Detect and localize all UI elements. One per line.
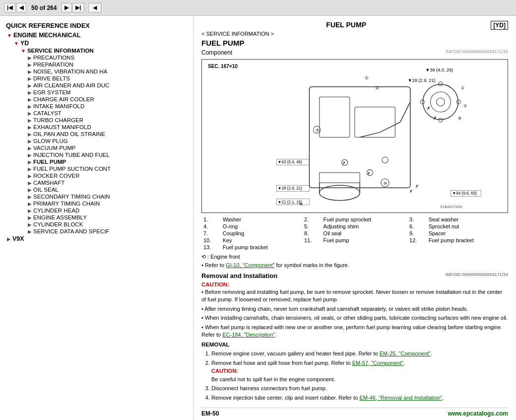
tree-arrow-icon: ▶ — [28, 145, 32, 151]
sidebar-item-label: ROCKER COVER — [33, 173, 79, 179]
next-page-button[interactable]: ▶ — [62, 3, 71, 12]
em46-link[interactable]: EM-46, "Removal and Installation" — [359, 395, 442, 401]
sidebar-item[interactable]: ▶FUEL PUMP SUCTION CONT — [0, 165, 193, 172]
sidebar-item[interactable]: ▶CHARGE AIR COOLER — [0, 96, 193, 103]
sidebar-item[interactable]: ▶INJECTION TUBE AND FUEL — [0, 151, 193, 158]
caution-text-1: • Before removing and installing fuel pu… — [201, 288, 508, 304]
sidebar-item-label: PRECAUTIONS — [33, 55, 74, 61]
sidebar-item[interactable]: ▶SERVICE DATA AND SPECIF — [0, 228, 193, 235]
part-name-1: Washer — [221, 216, 302, 223]
tree-arrow-icon: ▶ — [28, 76, 32, 81]
sidebar-item-label: CHARGE AIR COOLER — [33, 96, 94, 102]
em25-link[interactable]: EM-25, "Component" — [380, 350, 431, 356]
prev-page-button[interactable]: ◀ — [16, 3, 26, 12]
svg-text:▼21 (2.1, 15): ▼21 (2.1, 15) — [277, 200, 302, 205]
tree-arrow-icon: ▶ — [28, 132, 32, 137]
last-page-button[interactable]: ▶| — [72, 3, 84, 12]
tree-arrow-icon: ▼ — [7, 33, 12, 38]
sidebar-item-label: FUEL PUMP SUCTION CONT — [33, 166, 111, 172]
yd-badge: [YD] — [491, 21, 508, 30]
sidebar-item[interactable]: ▶INTAKE MANIFOLD — [0, 103, 193, 110]
sidebar-item-label: ENGINE MECHANICAL — [13, 32, 80, 39]
sidebar-item-label: CYLINDER HEAD — [33, 208, 79, 213]
caution-label: CAUTION: — [201, 281, 508, 287]
caution-text-2: • After removing timing chain, never tur… — [201, 305, 508, 313]
sidebar-item[interactable]: ▶CAMSHAFT — [0, 179, 193, 186]
sidebar-item[interactable]: ▼YD — [0, 39, 193, 47]
sidebar-item-label: NOISE, VIBRATION AND HA — [33, 69, 107, 74]
sidebar-item-label: AIR CLEANER AND AIR DUC — [33, 82, 109, 88]
sidebar-item[interactable]: ▶EXHAUST MANIFOLD — [0, 124, 193, 131]
sidebar-item[interactable]: ▶OIL PAN AND OIL STRAINE — [0, 131, 193, 138]
tree-arrow-icon: ▶ — [28, 83, 32, 88]
tree-arrow-icon: ▶ — [28, 139, 32, 144]
content-footer: EM-50 www.epcatalogs.com — [201, 408, 508, 417]
gi10-link[interactable]: GI-10, "Component" — [226, 262, 274, 268]
sidebar-item[interactable]: ▶OIL SEAL — [0, 186, 193, 193]
tree-arrow-icon: ▶ — [28, 166, 32, 172]
sidebar-item[interactable]: ▼SERVICE INFORMATION — [0, 47, 193, 54]
tree-arrow-icon: ▶ — [28, 208, 32, 213]
sidebar-item[interactable]: ▶EGR SYSTEM — [0, 89, 193, 96]
removal-step-3: Disconnect harness connectors from fuel … — [211, 384, 508, 393]
tree-arrow-icon: ▶ — [28, 201, 32, 207]
sidebar-item[interactable]: ▶SECONDARY TIMING CHAIN — [0, 193, 193, 200]
sidebar-item[interactable]: ▶CATALYST — [0, 110, 193, 117]
sidebar-item-label: CAMSHAFT — [33, 180, 64, 186]
sidebar-item[interactable]: ▶GLOW PLUG — [0, 138, 193, 144]
back-button[interactable]: ◀ — [88, 3, 101, 12]
sidebar-item[interactable]: ▼ENGINE MECHANICAL — [0, 31, 193, 39]
tree-arrow-icon: ▶ — [28, 97, 32, 102]
sidebar-item[interactable]: ▶AIR CLEANER AND AIR DUC — [0, 82, 193, 89]
sidebar-item[interactable]: ▶ROCKER COVER — [0, 172, 193, 179]
sidebar-item-label: CATALYST — [33, 110, 62, 116]
ec184-link[interactable]: EC-184, "Description" — [222, 332, 275, 338]
sidebar-item[interactable]: ▶TURBO CHARGER — [0, 117, 193, 124]
sidebar-item[interactable]: ▶PREPARATION — [0, 61, 193, 68]
sidebar-item-label: FUEL PUMP — [33, 159, 66, 165]
diagram-container: SEC. 167×10 ▼39 (4.0, 29) ▼28 (2.9, 21) … — [201, 59, 508, 213]
sidebar-item-label: PRIMARY TIMING CHAIN — [33, 201, 100, 207]
sidebar-item[interactable]: ▶ENGINE ASSEMBLY — [0, 214, 193, 221]
svg-text:✗: ✗ — [409, 189, 413, 194]
svg-text:✗: ✗ — [427, 106, 431, 111]
svg-text:✗: ✗ — [367, 171, 371, 176]
tree-arrow-icon: ▶ — [28, 69, 32, 74]
tree-arrow-icon: ▼ — [21, 48, 26, 54]
svg-text:▼28 (2.9, 21): ▼28 (2.9, 21) — [277, 186, 302, 191]
tree-arrow-icon: ▶ — [28, 194, 32, 200]
svg-text:✗: ✗ — [342, 161, 346, 165]
sidebar-item[interactable]: ▶V9X — [0, 235, 193, 243]
sidebar-item-label: SECONDARY TIMING CHAIN — [33, 194, 110, 200]
diagram-svg: ▼39 (4.0, 29) ▼28 (2.9, 21) ① ② — [204, 62, 506, 210]
tree-arrow-icon: ▶ — [28, 90, 32, 95]
caution-text-4: • When fuel pump is replaced with new on… — [201, 324, 508, 339]
sidebar-item[interactable]: ▶PRIMARY TIMING CHAIN — [0, 200, 193, 207]
sidebar-item[interactable]: ▶VACUUM PUMP — [0, 144, 193, 151]
tree-arrow-icon: ▶ — [28, 62, 32, 68]
part-num-2: 2. — [302, 216, 322, 223]
sidebar-item[interactable]: ▶NOISE, VIBRATION AND HA — [0, 68, 193, 75]
sidebar-item[interactable]: ▶DRIVE BELTS — [0, 75, 193, 82]
main-container: QUICK REFERENCE INDEX ▼ENGINE MECHANICAL… — [0, 16, 516, 420]
sidebar-item[interactable]: ▶PRECAUTIONS — [0, 54, 193, 61]
sidebar-item[interactable]: ▶CYLINDER HEAD — [0, 207, 193, 214]
tree-arrow-icon: ▶ — [28, 125, 32, 130]
svg-text:✗: ✗ — [433, 116, 437, 121]
section-heading: FUEL PUMP — [201, 39, 508, 47]
tree-arrow-icon: ▶ — [28, 229, 32, 234]
part-name-2: Fuel pump sprocket — [322, 216, 407, 223]
sidebar-item-label: SERVICE INFORMATION — [27, 48, 94, 54]
svg-text:▼63 (6.4, 46): ▼63 (6.4, 46) — [277, 160, 302, 164]
first-page-button[interactable]: |◀ — [4, 3, 15, 12]
engine-front-label: ⟲ : Engine front — [201, 254, 508, 260]
sidebar-item[interactable]: ▶FUEL PUMP — [0, 158, 193, 165]
sidebar-item-label: EXHAUST MANIFOLD — [33, 124, 91, 130]
tree-arrow-icon: ▶ — [28, 55, 32, 61]
component-label: Component INFOID:0000000000054171/33 — [201, 49, 508, 56]
sidebar-item[interactable]: ▶CYLINDER BLOCK — [0, 221, 193, 228]
tree-container: ▼ENGINE MECHANICAL▼YD▼SERVICE INFORMATIO… — [0, 31, 193, 243]
svg-text:E1BAD27408: E1BAD27408 — [441, 205, 462, 209]
em57-link[interactable]: EM-57, "Component" — [352, 360, 403, 366]
parts-table: 1. Washer 2. Fuel pump sprocket 3. Seal … — [201, 216, 508, 251]
